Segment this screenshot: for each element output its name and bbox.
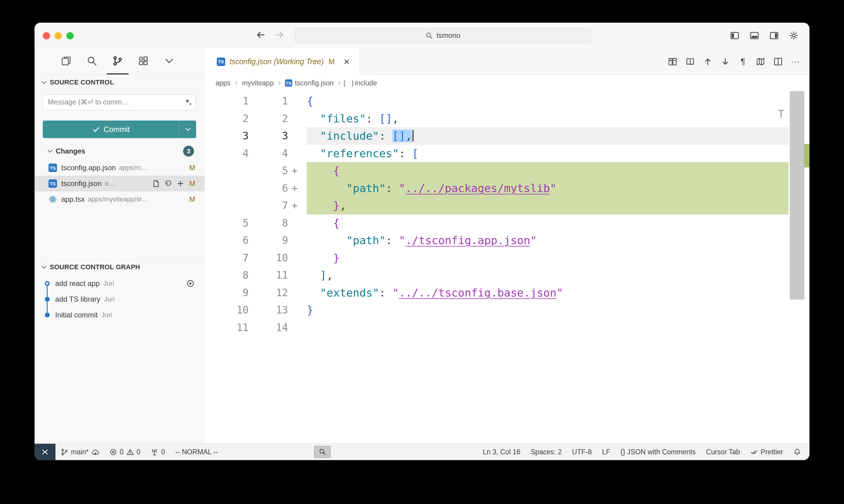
old-line-number: 10 xyxy=(205,301,248,319)
files-icon xyxy=(61,55,71,66)
new-line-number: 6 xyxy=(248,180,288,197)
status-text: {} JSON with Comments xyxy=(621,448,696,456)
commit-dot xyxy=(45,297,50,302)
code-token: , xyxy=(340,199,346,212)
commit-dropdown-button[interactable] xyxy=(179,121,196,138)
history-forward-button[interactable] xyxy=(275,30,285,41)
editor-scrollbar[interactable] xyxy=(789,91,809,444)
tab-bar: TS tsconfig.json (Working Tree) M × ¶··· xyxy=(205,48,809,75)
activity-source-control[interactable] xyxy=(107,48,128,74)
split-editor-button[interactable] xyxy=(773,57,783,66)
tab-close-button[interactable]: × xyxy=(342,57,352,67)
commit-row[interactable]: add react appJuri xyxy=(35,276,204,291)
status-cursor-position[interactable]: Ln 3, Col 16 xyxy=(478,444,526,460)
status-indentation[interactable]: Spaces: 2 xyxy=(526,444,567,460)
breadcrumb-item[interactable]: TStsconfig.json xyxy=(285,79,334,87)
toggle-map-button[interactable] xyxy=(756,57,765,66)
sparkle-icon[interactable] xyxy=(184,98,192,106)
activity-extensions[interactable] xyxy=(133,48,154,74)
manage-settings-button[interactable] xyxy=(789,31,798,40)
code-text: { xyxy=(307,92,809,110)
code-token: " xyxy=(392,287,399,299)
scm-file-row[interactable]: TStsconfig.jsona…M xyxy=(35,176,204,192)
activity-search[interactable] xyxy=(81,48,103,74)
status-formatter[interactable]: Prettier xyxy=(745,444,788,460)
commit-message-input[interactable] xyxy=(43,94,196,110)
window-maximize-button[interactable] xyxy=(66,32,74,39)
discard-changes-button[interactable] xyxy=(164,180,172,187)
status-text: UTF-8 xyxy=(572,448,592,456)
commit-row[interactable]: add TS libraryJuri xyxy=(35,291,204,307)
code-token: "include" xyxy=(320,130,379,142)
graph-section-header[interactable]: SOURCE CONTROL GRAPH xyxy=(35,259,204,274)
toggle-panel-button[interactable] xyxy=(750,31,759,40)
code-text: "include": [], xyxy=(307,127,809,145)
commit-row[interactable]: Initial commitJuri xyxy=(35,307,204,323)
tab-tsconfig-json-working-tree[interactable]: TS tsconfig.json (Working Tree) M × xyxy=(205,48,360,75)
old-line-number xyxy=(205,162,248,180)
stage-changes-button[interactable] xyxy=(176,180,184,187)
status-vim-mode[interactable]: -- NORMAL -- xyxy=(170,444,223,460)
checkout-button[interactable] xyxy=(186,279,195,288)
status-language-mode[interactable]: {} JSON with Comments xyxy=(616,444,701,460)
status-text: -- NORMAL -- xyxy=(175,448,218,456)
window-minimize-button[interactable] xyxy=(55,32,62,39)
activity-additional-views[interactable] xyxy=(158,48,180,74)
commit-split-button: Commit xyxy=(43,121,196,138)
code-token xyxy=(307,164,333,177)
old-line-number: 5 xyxy=(205,214,248,232)
changes-section-header[interactable]: Changes 3 xyxy=(35,144,204,158)
command-center-search[interactable]: tsmono xyxy=(295,28,591,43)
code-token xyxy=(307,287,320,299)
status-ports[interactable]: 0 xyxy=(145,444,170,460)
status-zoom[interactable] xyxy=(314,446,331,458)
open-changes-button[interactable] xyxy=(668,57,677,66)
activity-explorer[interactable] xyxy=(55,48,77,74)
double-check-icon xyxy=(750,448,758,456)
new-line-number: 12 xyxy=(248,284,288,302)
status-problems[interactable]: 00 xyxy=(104,444,146,460)
next-change-button[interactable] xyxy=(721,57,730,66)
status-cursor-tab[interactable]: Cursor Tab xyxy=(701,444,745,460)
new-line-number: 4 xyxy=(248,145,288,162)
open-file-button[interactable] xyxy=(152,180,160,187)
more-actions-button[interactable]: ··· xyxy=(791,57,800,66)
status-encoding[interactable]: UTF-8 xyxy=(567,444,597,460)
file-path: a… xyxy=(105,180,148,187)
scrollbar-thumb[interactable] xyxy=(790,91,804,300)
react-file-icon xyxy=(49,195,57,203)
status-end-of-line[interactable]: LF xyxy=(597,444,616,460)
status-text: Cursor Tab xyxy=(706,448,740,456)
old-line-number: 7 xyxy=(205,249,248,267)
status-notifications[interactable] xyxy=(788,444,809,460)
commit-button[interactable]: Commit xyxy=(43,121,179,138)
scm-file-row[interactable]: TStsconfig.app.jsonapps/m…M xyxy=(35,160,204,176)
breadcrumb-item[interactable]: apps xyxy=(216,79,231,87)
breadcrumb-item[interactable]: myviteapp xyxy=(242,79,274,87)
code-editor[interactable]: 11{22 "files": [],33 "include": [],44 "r… xyxy=(205,91,809,444)
diff-added-marker: + xyxy=(288,180,307,197)
history-back-button[interactable] xyxy=(256,30,265,41)
zoom-icon xyxy=(318,448,326,455)
render-whitespace-button[interactable]: ¶ xyxy=(738,57,747,66)
code-line: 912 "extends": "../../tsconfig.base.json… xyxy=(205,284,809,302)
previous-change-button[interactable] xyxy=(703,57,712,66)
diff-added-marker xyxy=(288,284,307,302)
scm-file-row[interactable]: app.tsxapps/myviteapp/sr…M xyxy=(35,192,204,207)
status-remote-indicator[interactable] xyxy=(35,444,55,460)
diff-added-marker xyxy=(288,319,307,337)
search-icon xyxy=(86,55,97,66)
toggle-primary-sidebar-button[interactable] xyxy=(730,31,739,40)
arrow-right-icon xyxy=(275,30,285,40)
new-line-number: 13 xyxy=(248,301,288,319)
code-token: } xyxy=(307,304,313,316)
window-close-button[interactable] xyxy=(43,32,50,39)
open-preview-button[interactable] xyxy=(686,57,695,66)
source-control-section-header[interactable]: SOURCE CONTROL xyxy=(35,75,204,90)
status-branch[interactable]: main* xyxy=(55,444,104,460)
code-line: 58 { xyxy=(205,214,809,232)
toggle-secondary-sidebar-button[interactable] xyxy=(770,31,779,40)
breadcrumb-item[interactable]: [ ]include xyxy=(345,79,377,87)
code-line: 811 ], xyxy=(205,267,809,284)
new-line-number: 5 xyxy=(248,162,288,180)
